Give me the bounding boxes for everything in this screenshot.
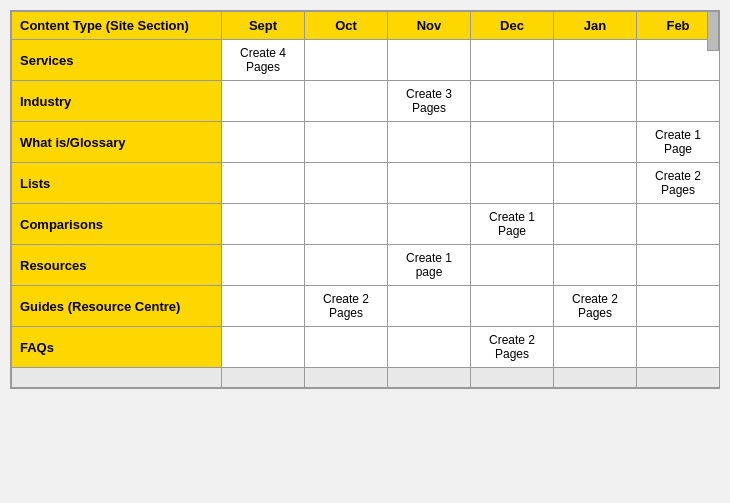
cell-oct-3: [305, 163, 388, 204]
row-label-2: What is/Glossary: [12, 122, 222, 163]
cell-sept-5: [222, 245, 305, 286]
cell-feb-5: [637, 245, 720, 286]
row-label-6: Guides (Resource Centre): [12, 286, 222, 327]
cell-sept-4: [222, 204, 305, 245]
header-nov: Nov: [388, 12, 471, 40]
cell-jan-3: [554, 163, 637, 204]
cell-feb-1: [637, 81, 720, 122]
cell-jan-6: Create 2 Pages: [554, 286, 637, 327]
cell-oct-6: Create 2 Pages: [305, 286, 388, 327]
cell-nov-0: [388, 40, 471, 81]
cell-oct-2: [305, 122, 388, 163]
table-row: IndustryCreate 3 Pages: [12, 81, 720, 122]
cell-oct-4: [305, 204, 388, 245]
row-label-7: FAQs: [12, 327, 222, 368]
cell-feb-2: Create 1 Page: [637, 122, 720, 163]
table-row: FAQsCreate 2 Pages: [12, 327, 720, 368]
empty-cell-6: [637, 368, 720, 388]
cell-feb-3: Create 2 Pages: [637, 163, 720, 204]
table-row: What is/GlossaryCreate 1 Page: [12, 122, 720, 163]
empty-cell-3: [388, 368, 471, 388]
cell-oct-1: [305, 81, 388, 122]
empty-cell-0: [12, 368, 222, 388]
cell-nov-6: [388, 286, 471, 327]
cell-jan-0: [554, 40, 637, 81]
cell-dec-1: [471, 81, 554, 122]
cell-feb-6: [637, 286, 720, 327]
scrollbar-thumb[interactable]: [707, 11, 719, 51]
table-row: ServicesCreate 4 Pages: [12, 40, 720, 81]
table-row: ListsCreate 2 Pages: [12, 163, 720, 204]
cell-sept-7: [222, 327, 305, 368]
cell-jan-7: [554, 327, 637, 368]
row-label-3: Lists: [12, 163, 222, 204]
cell-jan-5: [554, 245, 637, 286]
cell-dec-7: Create 2 Pages: [471, 327, 554, 368]
table-row: ComparisonsCreate 1 Page: [12, 204, 720, 245]
cell-jan-1: [554, 81, 637, 122]
cell-dec-6: [471, 286, 554, 327]
cell-feb-4: [637, 204, 720, 245]
cell-dec-0: [471, 40, 554, 81]
row-label-4: Comparisons: [12, 204, 222, 245]
empty-cell-1: [222, 368, 305, 388]
cell-oct-0: [305, 40, 388, 81]
cell-nov-4: [388, 204, 471, 245]
cell-sept-1: [222, 81, 305, 122]
cell-sept-2: [222, 122, 305, 163]
cell-sept-3: [222, 163, 305, 204]
cell-nov-5: Create 1 page: [388, 245, 471, 286]
cell-feb-7: [637, 327, 720, 368]
table-row: Guides (Resource Centre)Create 2 PagesCr…: [12, 286, 720, 327]
header-sept: Sept: [222, 12, 305, 40]
cell-oct-7: [305, 327, 388, 368]
cell-nov-1: Create 3 Pages: [388, 81, 471, 122]
cell-sept-6: [222, 286, 305, 327]
header-oct: Oct: [305, 12, 388, 40]
cell-nov-7: [388, 327, 471, 368]
content-schedule-table: Content Type (Site Section) Sept Oct Nov…: [10, 10, 720, 389]
cell-sept-0: Create 4 Pages: [222, 40, 305, 81]
row-label-0: Services: [12, 40, 222, 81]
empty-cell-5: [554, 368, 637, 388]
cell-dec-3: [471, 163, 554, 204]
cell-dec-4: Create 1 Page: [471, 204, 554, 245]
header-dec: Dec: [471, 12, 554, 40]
cell-nov-3: [388, 163, 471, 204]
cell-nov-2: [388, 122, 471, 163]
cell-jan-2: [554, 122, 637, 163]
cell-oct-5: [305, 245, 388, 286]
empty-cell-2: [305, 368, 388, 388]
header-jan: Jan: [554, 12, 637, 40]
empty-cell-4: [471, 368, 554, 388]
cell-jan-4: [554, 204, 637, 245]
row-label-1: Industry: [12, 81, 222, 122]
cell-dec-2: [471, 122, 554, 163]
header-content-type: Content Type (Site Section): [12, 12, 222, 40]
table-row: ResourcesCreate 1 page: [12, 245, 720, 286]
empty-row: [12, 368, 720, 388]
cell-dec-5: [471, 245, 554, 286]
row-label-5: Resources: [12, 245, 222, 286]
